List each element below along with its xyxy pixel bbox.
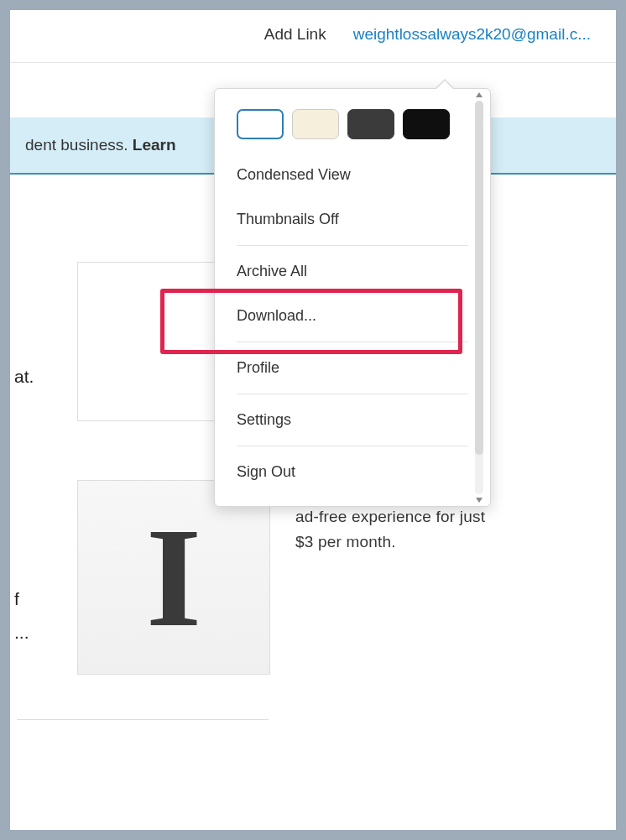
divider [17,719,269,720]
menu-item-download[interactable]: Download... [215,294,490,338]
menu-item-sign-out[interactable]: Sign Out [215,450,490,494]
banner-text: dent business. [25,136,133,154]
banner-learn-link[interactable]: Learn [133,136,176,154]
account-dropdown-menu: Condensed View Thumbnails Off Archive Al… [214,88,491,507]
menu-item-condensed-view[interactable]: Condensed View [215,153,490,197]
scroll-down-icon [476,498,483,503]
truncated-text-fragment: ... [14,623,29,643]
account-menu-trigger[interactable]: weightlossalways2k20@gmail.c... [353,25,591,44]
theme-swatch-gray[interactable] [347,109,394,139]
instapaper-logo-icon: I [146,496,201,660]
article-row: I unlimited notes, and an ad-free experi… [10,480,591,675]
app-window: Add Link weightlossalways2k20@gmail.c...… [10,10,616,830]
menu-divider [237,446,468,446]
truncated-text-fragment: at. [14,367,34,387]
add-link-button[interactable]: Add Link [264,25,326,44]
menu-item-thumbnails-off[interactable]: Thumbnails Off [215,197,490,242]
theme-picker-row [215,99,490,153]
scrollbar-thumb[interactable] [475,101,483,455]
menu-divider [237,342,468,342]
menu-item-archive-all[interactable]: Archive All [215,249,490,294]
theme-swatch-white[interactable] [237,109,284,139]
menu-divider [237,394,468,394]
menu-item-settings[interactable]: Settings [215,398,490,442]
truncated-text-fragment: f [14,589,19,609]
top-bar: Add Link weightlossalways2k20@gmail.c... [10,10,616,63]
menu-divider [237,245,468,246]
scroll-up-icon [476,92,483,97]
menu-item-profile[interactable]: Profile [215,346,490,390]
instapaper-promo-thumbnail[interactable]: I [77,480,270,675]
dropdown-scrollbar[interactable] [475,101,483,494]
theme-swatch-black[interactable] [403,109,450,139]
theme-swatch-cream[interactable] [292,109,339,139]
